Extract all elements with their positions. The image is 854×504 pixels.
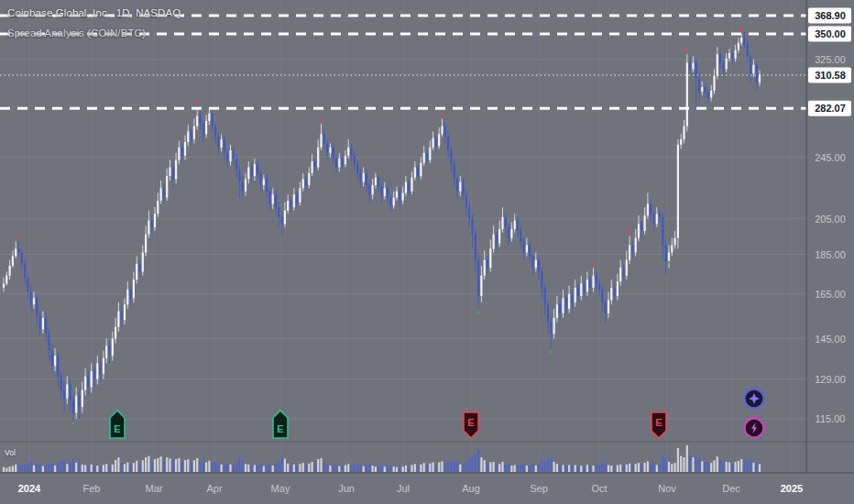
volume-bar — [48, 464, 49, 472]
volume-bar — [743, 460, 745, 472]
earnings-beat-badge[interactable]: E — [110, 411, 125, 438]
volume-bar — [756, 461, 758, 472]
candle-up — [229, 150, 231, 161]
candle-up — [287, 201, 289, 211]
pivot-low-dot — [71, 422, 74, 424]
volume-bar — [465, 463, 467, 472]
volume-bar — [601, 464, 603, 472]
volume-bar — [692, 457, 694, 472]
candle-up — [432, 138, 434, 148]
chart-canvas[interactable]: 325.00245.00205.00185.00165.00145.00129.… — [0, 0, 854, 504]
volume-bar — [287, 464, 289, 472]
volume-bar — [299, 464, 301, 472]
volume-bar — [456, 462, 458, 472]
volume-bar — [24, 465, 26, 472]
volume-bar — [136, 461, 137, 472]
volume-bar — [214, 462, 216, 472]
volume-bar — [689, 455, 691, 472]
candle-up — [12, 257, 14, 266]
volume-bar — [199, 462, 201, 472]
volume-bar — [459, 465, 461, 472]
candle-down — [356, 164, 358, 173]
candle-down — [30, 291, 32, 304]
volume-bar — [247, 465, 249, 472]
price-axis-label: 325.00 — [815, 54, 846, 65]
candle-up — [193, 126, 195, 139]
candle-down — [27, 278, 28, 292]
volume-bar — [82, 465, 83, 472]
pivot-high-dot — [440, 113, 443, 115]
earnings-beat-badge[interactable]: E — [273, 411, 288, 438]
volume-bar — [710, 463, 712, 472]
volume-bar — [366, 465, 367, 472]
volume-bar — [550, 458, 552, 472]
time-axis-label: Jun — [338, 483, 355, 494]
candle-up — [393, 198, 395, 206]
star-signal-button[interactable] — [745, 389, 764, 409]
volume-bar — [329, 466, 331, 472]
volume-bar — [314, 465, 316, 472]
candle-up — [142, 253, 144, 272]
candle-down — [750, 56, 751, 73]
candle-down — [191, 131, 192, 139]
candle-up — [592, 276, 594, 288]
volume-bar — [317, 459, 319, 472]
volume-bar — [717, 456, 718, 472]
volume-bar — [151, 461, 153, 472]
candle-up — [619, 268, 621, 281]
volume-bar — [713, 460, 715, 472]
candle-up — [75, 396, 77, 413]
volume-bar — [402, 466, 404, 472]
candle-down — [45, 318, 47, 334]
volume-bar — [75, 463, 77, 472]
indicator-title[interactable]: Spread Analysis (COIN/BTC) — [7, 27, 146, 38]
volume-bar — [166, 457, 168, 472]
candle-down — [21, 253, 23, 264]
volume-bar — [589, 466, 591, 472]
candle-up — [263, 179, 265, 185]
pivot-high-dot — [195, 101, 198, 104]
candle-down — [51, 351, 53, 367]
symbol-title[interactable]: Coinbase Global, Inc., 1D, NASDAQ — [7, 7, 181, 18]
volume-bar — [705, 462, 706, 472]
candle-down — [296, 194, 298, 203]
candle-down — [268, 192, 270, 204]
volume-bar — [701, 461, 703, 472]
bolt-signal-button[interactable] — [745, 419, 764, 438]
candle-down — [121, 311, 123, 320]
volume-bar — [196, 458, 198, 472]
candle-up — [317, 148, 319, 168]
candle-down — [354, 156, 356, 164]
volume-bar — [266, 465, 268, 472]
volume-bar — [619, 465, 621, 472]
volume-bar — [221, 465, 223, 472]
volume-bar — [577, 466, 579, 472]
volume-bar — [245, 464, 246, 472]
candle-down — [130, 290, 132, 298]
candle-up — [145, 235, 147, 253]
volume-bar — [707, 463, 709, 472]
candle-up — [117, 311, 119, 326]
candle-up — [312, 161, 313, 173]
candle-down — [366, 173, 367, 185]
volume-bar — [659, 464, 661, 472]
volume-bar — [124, 464, 126, 472]
candle-up — [405, 182, 407, 193]
volume-bar — [157, 458, 159, 472]
volume-bar — [233, 465, 235, 472]
candle-up — [148, 221, 149, 235]
volume-bar — [251, 465, 253, 472]
volume-bar — [752, 463, 754, 472]
earnings-badge-letter: E — [655, 417, 662, 428]
volume-bar — [584, 466, 586, 472]
volume-bar — [257, 466, 258, 472]
volume-pane-label: Vol — [5, 448, 16, 457]
volume-bar — [54, 466, 56, 472]
candle-up — [157, 201, 159, 214]
volume-bar — [378, 466, 379, 472]
candle-up — [629, 245, 630, 259]
volume-bar — [496, 465, 498, 472]
volume-bar — [145, 457, 147, 472]
volume-bar — [103, 465, 104, 472]
volume-bar — [93, 466, 95, 472]
